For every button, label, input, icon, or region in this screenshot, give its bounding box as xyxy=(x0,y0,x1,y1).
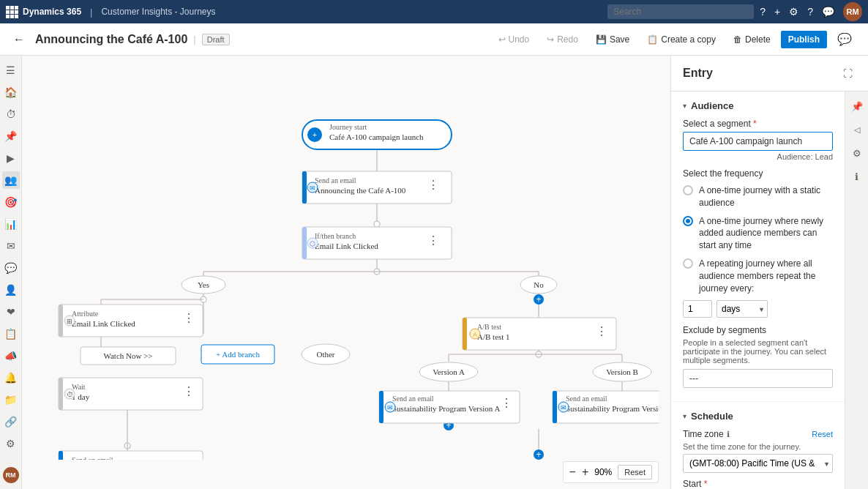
radio-circle-2 xyxy=(683,216,693,226)
sidebar-icon-goals[interactable]: 🎯 xyxy=(2,193,20,211)
sidebar-icon-settings[interactable]: ⚙ xyxy=(2,435,20,452)
panel-expand-button[interactable]: ⛶ xyxy=(839,64,856,82)
start-required: * xyxy=(704,479,708,489)
sidebar-icon-menu[interactable]: ☰ xyxy=(2,61,20,79)
panel-title: Entry xyxy=(683,67,713,80)
days-unit-wrapper: days weeks months ▾ xyxy=(717,300,768,318)
avatar[interactable]: RM xyxy=(843,2,862,21)
sidebar-icon-pin[interactable]: 📌 xyxy=(2,127,20,145)
redo-button[interactable]: ↪ Redo xyxy=(539,31,585,48)
audience-section-title: Audience xyxy=(691,100,734,111)
schedule-section: ▾ Schedule Time zone ℹ Reset Set the tim… xyxy=(671,402,845,489)
copy-button[interactable]: 📋 Create a copy xyxy=(640,31,723,48)
exclude-desc: People in a selected segment can't parti… xyxy=(683,338,833,365)
svg-text:✉: ✉ xyxy=(310,184,315,192)
svg-rect-76 xyxy=(59,378,63,410)
timezone-reset-link[interactable]: Reset xyxy=(812,430,833,438)
svg-text:Café A-100 campaign launch: Café A-100 campaign launch xyxy=(329,132,424,141)
start-label: Start * xyxy=(683,479,833,489)
svg-rect-101 xyxy=(553,391,557,423)
zoom-in-button[interactable]: + xyxy=(582,466,588,478)
sidebar-icon-audience[interactable]: 👥 xyxy=(2,171,20,189)
top-navigation: Dynamics 365 | Customer Insights - Journ… xyxy=(0,0,868,23)
back-button[interactable]: ← xyxy=(9,31,29,48)
svg-text:No: No xyxy=(534,280,544,289)
audience-section: ▾ Audience Select a segment * Audience: … xyxy=(671,92,845,402)
sidebar-icon-assets[interactable]: 📁 xyxy=(2,391,20,408)
sidebar-icon-reports[interactable]: 📋 xyxy=(2,325,20,343)
flow-container: + xyxy=(22,56,670,460)
settings-icon[interactable]: ⚙ xyxy=(789,6,798,18)
days-unit-select[interactable]: days weeks months xyxy=(717,300,768,318)
svg-text:⋮: ⋮ xyxy=(183,458,195,460)
canvas-area[interactable]: + xyxy=(22,56,670,489)
search-input[interactable] xyxy=(607,4,754,19)
sidebar-icon-email[interactable]: ✉ xyxy=(2,237,20,255)
panel-back-button[interactable]: ◁ xyxy=(848,121,866,138)
svg-text:+ Add branch: + Add branch xyxy=(216,350,260,359)
svg-text:⋮: ⋮ xyxy=(596,325,607,337)
frequency-radio-group: A one-time journey with a static audienc… xyxy=(683,184,833,294)
svg-text:If/then branch: If/then branch xyxy=(315,232,356,240)
timezone-description: Set the time zone for the journey. xyxy=(683,442,833,451)
freq-option-3-label: A repeating journey where all audience m… xyxy=(699,258,833,294)
sidebar-icon-heart[interactable]: ❤ xyxy=(2,303,20,321)
svg-text:⋮: ⋮ xyxy=(427,234,439,247)
timezone-select[interactable]: (GMT-08:00) Pacific Time (US & Canada) xyxy=(683,454,833,473)
sidebar-icon-home[interactable]: 🏠 xyxy=(2,83,20,101)
panel-pin-button[interactable]: 📌 xyxy=(848,97,866,115)
question-icon[interactable]: ? xyxy=(760,6,766,18)
svg-text:✉: ✉ xyxy=(387,404,393,411)
nav-icons: ? + ⚙ ? 💬 RM xyxy=(760,2,862,21)
freq-option-1[interactable]: A one-time journey with a static audienc… xyxy=(683,184,833,209)
sidebar-icon-campaigns[interactable]: 📣 xyxy=(2,347,20,365)
svg-rect-94 xyxy=(379,391,384,423)
svg-text:Send an email: Send an email xyxy=(392,395,434,403)
timezone-row: Time zone ℹ Reset xyxy=(683,429,833,439)
panel-gear-button[interactable]: ⚙ xyxy=(848,144,866,162)
radio-circle-1 xyxy=(683,185,693,195)
exclude-input[interactable] xyxy=(683,369,833,388)
start-field: Start * 📅 ▾ xyxy=(683,479,833,489)
sidebar-avatar[interactable]: RM xyxy=(3,467,19,483)
chat-icon[interactable]: 💬 xyxy=(822,6,834,18)
timezone-select-wrapper: (GMT-08:00) Pacific Time (US & Canada) ▾ xyxy=(683,454,833,473)
svg-text:A/B test: A/B test xyxy=(477,323,501,331)
zoom-level: 90% xyxy=(594,467,612,477)
sidebar-icon-analytics[interactable]: 📊 xyxy=(2,215,20,233)
panel-info-button[interactable]: ℹ xyxy=(848,168,866,185)
schedule-chevron-icon: ▾ xyxy=(683,412,686,420)
sidebar-icon-recent[interactable]: ⏱ xyxy=(2,105,20,123)
svg-text:Send an email: Send an email xyxy=(566,395,607,403)
undo-button[interactable]: ↩ Undo xyxy=(491,31,537,48)
schedule-section-title: Schedule xyxy=(691,411,733,422)
required-indicator: * xyxy=(753,119,757,129)
delete-button[interactable]: 🗑 Delete xyxy=(726,31,778,48)
svg-text:Send an email: Send an email xyxy=(72,456,113,460)
sidebar-icon-play[interactable]: ▶ xyxy=(2,149,20,167)
svg-text:A/B test 1: A/B test 1 xyxy=(477,332,510,341)
sidebar-icon-links[interactable]: 🔗 xyxy=(2,413,20,430)
add-icon[interactable]: + xyxy=(774,6,780,18)
right-panel: Entry ⛶ ▾ Audience Select a segment xyxy=(670,56,868,489)
freq-option-3[interactable]: A repeating journey where all audience m… xyxy=(683,258,833,294)
svg-text:⋮: ⋮ xyxy=(501,397,512,409)
zoom-out-button[interactable]: − xyxy=(569,466,576,478)
zoom-reset-button[interactable]: Reset xyxy=(618,465,652,479)
sidebar-icon-notifications[interactable]: 🔔 xyxy=(2,369,20,387)
panel-header: Entry ⛶ xyxy=(671,56,868,92)
timezone-info-icon: ℹ xyxy=(727,430,730,439)
audience-section-header[interactable]: ▾ Audience xyxy=(683,100,833,111)
segment-label: Select a segment * xyxy=(683,119,833,129)
days-value-input[interactable] xyxy=(683,300,712,318)
sidebar-icon-messages[interactable]: 💬 xyxy=(2,259,20,277)
svg-text:⋮: ⋮ xyxy=(183,385,195,397)
schedule-section-header[interactable]: ▾ Schedule xyxy=(683,411,833,422)
publish-button[interactable]: Publish xyxy=(781,31,827,48)
segment-input[interactable] xyxy=(683,132,833,151)
sidebar-icon-people[interactable]: 👤 xyxy=(2,281,20,299)
freq-option-2[interactable]: A one-time journey where newly added aud… xyxy=(683,215,833,252)
help-icon[interactable]: ? xyxy=(807,6,813,18)
comments-button[interactable]: 💬 xyxy=(830,29,859,50)
save-button[interactable]: 💾 Save xyxy=(588,31,637,48)
